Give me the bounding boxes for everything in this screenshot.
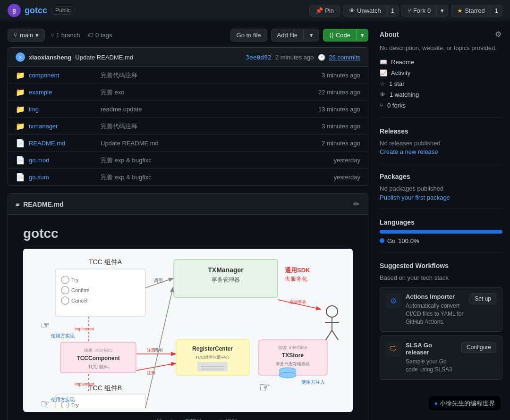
commit-hash[interactable]: 3ee0d92	[246, 54, 272, 61]
branch-selector[interactable]: ⑂ main ▾	[8, 29, 45, 42]
fork-arrow[interactable]: ▾	[437, 5, 448, 17]
file-time: yesterday	[334, 157, 360, 164]
readme-title: ≡ README.md	[16, 201, 64, 208]
create-release-link[interactable]: Create a new release	[380, 148, 438, 155]
svg-text:调用: 调用	[153, 278, 163, 283]
add-file-button[interactable]: Add file	[271, 29, 304, 42]
fork-icon-sidebar: ⑂	[380, 102, 383, 109]
book-icon: 📖	[380, 59, 387, 66]
folder-icon: 📁	[16, 105, 23, 114]
languages-section: Languages Go 100.0%	[380, 218, 502, 252]
readme-link[interactable]: Readme	[391, 59, 414, 66]
forks-link[interactable]: 0 forks	[387, 102, 406, 109]
watching-link[interactable]: 1 watching	[390, 91, 419, 98]
star-button[interactable]: ★ Starred	[451, 5, 491, 17]
svg-text:使用方实现: 使用方实现	[51, 397, 75, 402]
code-button[interactable]: ⟨⟩ Code	[323, 29, 357, 42]
svg-text:事务日志存储模块: 事务日志存储模块	[276, 361, 310, 366]
fork-button[interactable]: ⑂ Fork 0	[401, 5, 437, 17]
svg-text:事务管理器: 事务管理器	[212, 277, 240, 283]
about-links: 📖 Readme 📈 Activity ☆ 1 star 👁 1 watchin…	[380, 58, 502, 110]
add-file-arrow[interactable]: ▾	[304, 29, 319, 42]
branch-count-link[interactable]: ⑂ 1 branch	[51, 32, 80, 39]
file-name[interactable]: example	[29, 89, 95, 96]
diagram-svg: TCC 组件A Try Confirm Cancel TXManag	[27, 252, 348, 408]
star-group: ★ Starred 1	[451, 5, 502, 17]
about-section: About ⚙ No description, website, or topi…	[380, 29, 502, 118]
pin-button[interactable]: 📌 Pin	[309, 5, 340, 17]
pin-icon: 📌	[315, 7, 323, 14]
top-bar: g gotcc Public 📌 Pin 👁 Unwatch 1 ⑂ Fork …	[0, 0, 510, 21]
file-name[interactable]: txmanager	[29, 123, 95, 130]
workflow-info: SLSA Go releaser Sample your Go code usi…	[406, 342, 457, 374]
content-area: ⑂ main ▾ ⑂ 1 branch 🏷 0 tags Go to file …	[0, 21, 510, 420]
readme-caption: gotcc: 纯 golang 实现的 tcc sdk 框架	[23, 418, 353, 420]
file-name[interactable]: README.md	[29, 140, 95, 147]
svg-text:使用方实现: 使用方实现	[51, 333, 75, 338]
workflow-icon: 🛡	[386, 342, 401, 357]
star-count[interactable]: 1	[491, 5, 502, 17]
workflow-desc: Sample your Go code using SLSA3	[406, 358, 457, 374]
workflow-icon: ⚙	[386, 293, 401, 308]
activity-link[interactable]: Activity	[391, 69, 410, 76]
activity-icon: 📈	[380, 69, 387, 76]
releases-title: Releases	[380, 127, 502, 135]
svg-text:TCCComponent: TCCComponent	[76, 355, 119, 361]
tag-count-link[interactable]: 🏷 0 tags	[87, 32, 112, 39]
publish-package-link[interactable]: Publish your first package	[380, 194, 450, 201]
code-icon: ⟨⟩	[329, 32, 334, 39]
svg-text:Cancel: Cancel	[71, 298, 87, 303]
workflow-action-button[interactable]: Set up	[469, 293, 496, 304]
releases-section: Releases No releases published Create a …	[380, 127, 502, 164]
file-time: 13 minutes ago	[318, 106, 360, 113]
visibility-badge: Public	[51, 6, 75, 15]
branch-count-icon: ⑂	[51, 32, 54, 39]
readme-body: gotcc TCC 组件A Try	[8, 215, 368, 420]
go-percent: 100.0%	[398, 237, 419, 244]
file-name[interactable]: go.mod	[29, 157, 95, 164]
file-commit: Update README.md	[101, 140, 316, 147]
file-name[interactable]: go.sum	[29, 174, 95, 181]
workflow-card: 🛡 SLSA Go releaser Sample your Go code u…	[380, 336, 502, 380]
eye-icon: 👁	[349, 7, 355, 14]
svg-text:TXManager: TXManager	[208, 266, 244, 274]
file-time: 22 minutes ago	[318, 89, 360, 96]
star-count-item: ☆ 1 star	[380, 79, 502, 88]
code-group: ⟨⟩ Code ▾	[323, 29, 368, 42]
file-table: 📁 component 完善代码注释 3 minutes ago 📁 examp…	[8, 67, 368, 186]
repo-name[interactable]: gotcc	[25, 6, 47, 16]
diagram-image: TCC 组件A Try Confirm Cancel TXManag	[23, 249, 353, 412]
readme-edit-button[interactable]: ✏	[352, 199, 360, 210]
svg-text:使用方注入: 使用方注入	[301, 379, 325, 385]
code-arrow[interactable]: ▾	[357, 29, 368, 42]
file-time: yesterday	[334, 174, 360, 181]
unwatch-button[interactable]: 👁 Unwatch	[343, 5, 387, 17]
file-commit: 完善代码注释	[101, 122, 316, 131]
top-bar-left: g gotcc Public	[8, 4, 75, 17]
workflow-action-button[interactable]: Configure	[461, 342, 496, 353]
svg-text:调用: 调用	[153, 347, 163, 353]
workflow-cards: ⚙ Actions Importer Automatically convert…	[380, 287, 502, 380]
file-commit: 完善 exo	[101, 88, 313, 97]
svg-point-36	[279, 372, 296, 378]
commits-link[interactable]: 26 commits	[329, 54, 360, 61]
goto-file-button[interactable]: Go to file	[230, 29, 267, 42]
table-row: 📁 txmanager 完善代码注释 3 minutes ago	[8, 118, 368, 135]
workflow-name: Actions Importer	[406, 293, 465, 300]
svg-text:启动事务: 启动事务	[289, 300, 306, 304]
file-time: 3 minutes ago	[322, 72, 360, 79]
table-row: 📄 go.mod 完善 exp & bugfixc yesterday	[8, 152, 368, 169]
file-icon: 📄	[16, 139, 23, 148]
activity-link-item: 📈 Activity	[380, 68, 502, 77]
about-settings-button[interactable]: ⚙	[494, 29, 502, 40]
unwatch-count[interactable]: 1	[387, 5, 399, 17]
branch-meta: ⑂ 1 branch 🏷 0 tags	[51, 32, 112, 39]
branch-actions: Go to file Add file ▾ ⟨⟩ Code ▾	[230, 29, 368, 42]
file-name[interactable]: component	[29, 72, 95, 79]
go-dot	[380, 238, 384, 243]
workflow-desc: Automatically convert CI/CD files to YAM…	[406, 302, 465, 326]
about-description: No description, website, or topics provi…	[380, 43, 502, 53]
commit-author[interactable]: xiaoxiansheng	[29, 54, 71, 61]
file-name[interactable]: img	[29, 106, 95, 113]
star-count-link[interactable]: 1 star	[389, 80, 405, 87]
